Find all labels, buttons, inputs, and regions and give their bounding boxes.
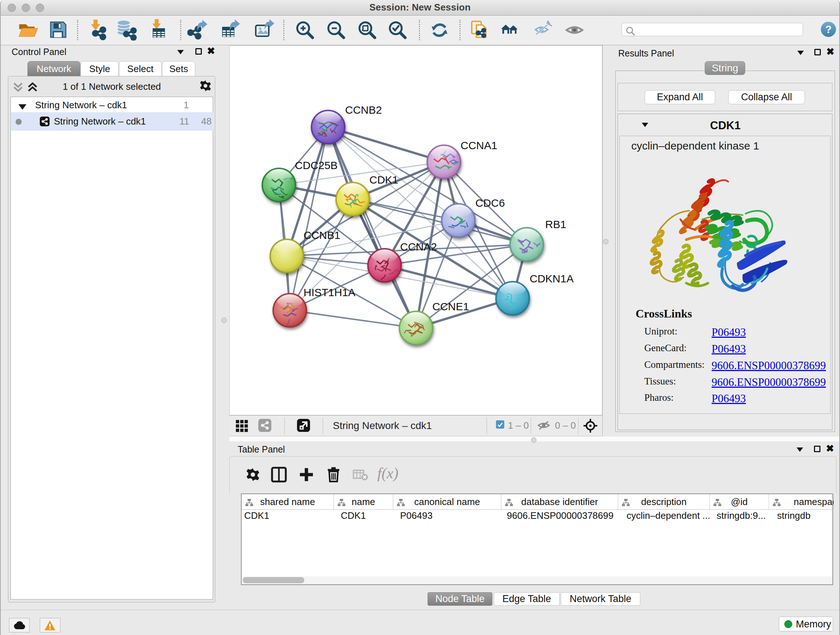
svg-text:CCNB2: CCNB2 [345,104,382,116]
svg-text:CCNA2: CCNA2 [400,241,437,253]
svg-text:CCNA1: CCNA1 [461,139,497,151]
svg-text:HIST1H1A: HIST1H1A [303,287,355,298]
svg-text:CDC25B: CDC25B [295,159,338,171]
svg-text:CDKN1A: CDKN1A [530,272,574,285]
svg-text:CCNE1: CCNE1 [432,301,469,312]
svg-text:CCNB1: CCNB1 [303,229,340,241]
svg-text:RB1: RB1 [545,218,566,230]
svg-text:CDK1: CDK1 [369,174,398,186]
svg-text:CDC6: CDC6 [475,197,505,209]
